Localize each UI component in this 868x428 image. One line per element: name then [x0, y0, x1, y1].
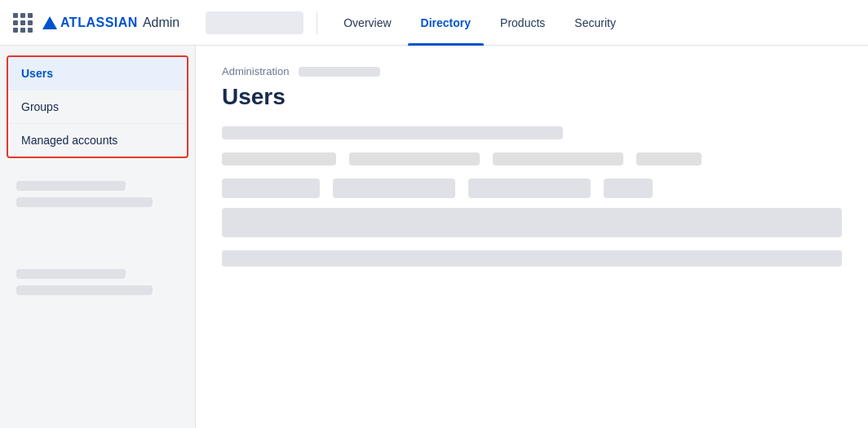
col-header-4	[636, 152, 702, 165]
sidebar-item-managed-accounts[interactable]: Managed accounts	[8, 124, 187, 157]
nav-products[interactable]: Products	[487, 0, 558, 46]
cell-1-4	[604, 179, 653, 198]
cell-1-1	[222, 179, 320, 198]
apps-grid-icon[interactable]	[13, 13, 33, 33]
app-header: ATLASSIAN Admin Overview Directory Produ…	[0, 0, 868, 46]
table-row-2	[222, 208, 842, 240]
admin-label: Admin	[143, 15, 179, 30]
page-layout: Users Groups Managed accounts Administra…	[0, 46, 868, 428]
sidebar-item-groups[interactable]: Groups	[8, 90, 187, 124]
table-row-3	[222, 250, 842, 267]
brand-name: ATLASSIAN	[60, 15, 138, 30]
sidebar-skeleton-lower	[7, 269, 188, 295]
logo-triangle-icon	[42, 16, 57, 29]
header-left: ATLASSIAN Admin	[13, 11, 303, 34]
nav-security[interactable]: Security	[561, 0, 629, 46]
sidebar-nav-box: Users Groups Managed accounts	[7, 55, 188, 158]
content-skeleton-1	[222, 126, 842, 139]
breadcrumb-placeholder	[299, 67, 380, 77]
cell-1-3	[468, 179, 591, 198]
skeleton-search-bar	[222, 126, 563, 139]
breadcrumb: Administration	[222, 65, 842, 77]
main-nav: Overview Directory Products Security	[330, 0, 629, 45]
page-title: Users	[222, 84, 842, 110]
breadcrumb-label: Administration	[222, 65, 289, 77]
skeleton-table-row-3	[222, 250, 842, 267]
sidebar-skeleton-4	[16, 285, 153, 295]
sidebar-skeleton-3	[16, 269, 126, 279]
col-header-3	[493, 152, 623, 165]
nav-directory[interactable]: Directory	[408, 0, 484, 46]
skeleton-wide-row	[222, 208, 842, 237]
content-skeleton-headers	[222, 152, 842, 165]
skeleton-table-row-1	[222, 179, 842, 198]
main-content: Administration Users	[196, 46, 868, 428]
sidebar-skeleton-2	[16, 197, 153, 207]
search-placeholder[interactable]	[206, 11, 303, 34]
table-header-row	[222, 152, 842, 165]
nav-overview[interactable]: Overview	[330, 0, 404, 46]
sidebar-skeleton-group	[7, 168, 188, 220]
sidebar-skeleton-1	[16, 181, 126, 191]
header-divider	[317, 11, 317, 34]
table-row-1	[222, 179, 842, 198]
skeleton-bottom-row	[222, 250, 842, 267]
col-header-1	[222, 152, 336, 165]
col-header-2	[349, 152, 480, 165]
sidebar: Users Groups Managed accounts	[0, 46, 196, 428]
skeleton-table-row-2	[222, 208, 842, 240]
atlassian-logo: ATLASSIAN Admin	[42, 15, 179, 30]
cell-1-2	[333, 179, 455, 198]
sidebar-item-users[interactable]: Users	[8, 57, 187, 90]
